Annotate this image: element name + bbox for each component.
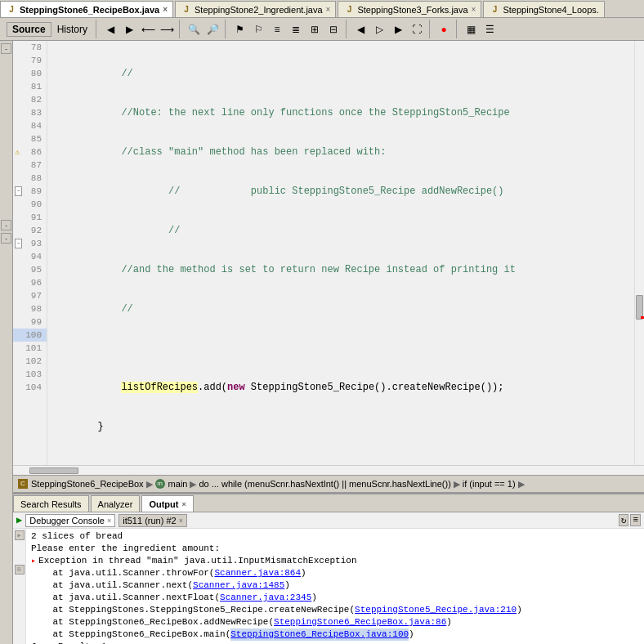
analyzer-label: Analyzer (98, 499, 133, 509)
play-icon[interactable]: ▶ (16, 514, 22, 526)
ln-100: 100 (13, 329, 47, 342)
run-btn-3[interactable]: ▶ (389, 20, 407, 38)
view-btn-1[interactable]: ▦ (462, 20, 480, 38)
history-button[interactable]: History (52, 23, 92, 36)
link-addnewrecipe[interactable]: SteppingStone6_RecipeBox.java:86 (274, 616, 446, 628)
ln-92: 92 (13, 224, 47, 237)
run-btn-4[interactable]: ⛶ (408, 20, 426, 38)
ln-93: -93 (13, 237, 47, 250)
tab-output[interactable]: Output × (141, 495, 193, 512)
output-icon-1[interactable]: ↻ (619, 514, 629, 526)
run-btn-1[interactable]: ◀ (351, 20, 369, 38)
link-scanner-3[interactable]: Scanner.java:2345 (220, 592, 311, 604)
ln-103: 103 (13, 368, 47, 381)
method-icon: m (155, 479, 165, 489)
tab-label: SteppingStone6_RecipeBox.java (20, 5, 159, 15)
output-gutter-icon-1[interactable]: ▸ (15, 530, 25, 540)
ln-95: 95 (13, 263, 47, 276)
run-btn-2[interactable]: ▷ (370, 20, 388, 38)
output-line-8: at SteppingStone6_RecipeBox.addNewRecipe… (31, 616, 639, 628)
annotation-btn-4[interactable]: ≣ (287, 20, 305, 38)
ln-102: 102 (13, 355, 47, 368)
ln-86: ⚠86 (13, 145, 47, 159)
annotation-btn-5[interactable]: ⊞ (306, 20, 324, 38)
output-prefix-7: at SteppingStones.SteppingStone5_Recipe.… (31, 604, 355, 616)
ln-90: 90 (13, 198, 47, 211)
breadcrumb-class[interactable]: C SteppingStone6_RecipeBox (18, 479, 144, 489)
output-line-5: at java.util.Scanner.next( Scanner.java:… (31, 579, 639, 592)
sidebar-collapse-btn-2[interactable]: - (1, 220, 11, 230)
run-close[interactable]: × (179, 517, 183, 525)
sidebar-collapse-btn-3[interactable]: - (1, 233, 11, 244)
code-line-82: // (51, 224, 634, 237)
annotation-btn-2[interactable]: ⚐ (249, 20, 267, 38)
tab-close-btn[interactable]: × (163, 5, 168, 14)
tab-steppingstone2[interactable]: J SteppingStone2_Ingredient.java × (175, 1, 336, 17)
code-line-84: // (51, 302, 634, 315)
tab-analyzer[interactable]: Analyzer (91, 495, 141, 512)
code-content[interactable]: // //Note: the next line only functions … (47, 41, 634, 465)
breadcrumb-condition[interactable]: if (input == 1) (463, 479, 516, 489)
tab-search-results[interactable]: Search Results (13, 495, 89, 512)
source-button[interactable]: Source (7, 22, 51, 37)
nav-section: ◀ ▶ ⟵ ⟶ (98, 20, 180, 38)
output-prefix-9: at SteppingStone6_RecipeBox.main( (31, 628, 230, 641)
back-button[interactable]: ◀ (101, 20, 119, 38)
sidebar-collapse-btn-1[interactable]: - (1, 43, 11, 54)
output-prefix-6: at java.util.Scanner.nextFloat( (31, 592, 220, 604)
tab-label-2: SteppingStone2_Ingredient.java (195, 5, 323, 15)
view-section: ▦ ☰ (458, 20, 502, 38)
output-prefix-4: at java.util.Scanner.throwFor( (31, 567, 214, 579)
code-editor: 78 79 80 81 82 83 84 85 ⚠86 87 88 -89 90… (13, 41, 644, 465)
output-line-6: at java.util.Scanner.nextFloat( Scanner.… (31, 592, 639, 604)
link-scanner-1[interactable]: Scanner.java:864 (214, 567, 301, 579)
breadcrumb-block[interactable]: do ... while (menuScnr.hasNextInt() || m… (199, 479, 450, 489)
annotation-btn-3[interactable]: ≡ (268, 20, 286, 38)
code-line-78: // (51, 67, 634, 80)
output-line-1: 2 slices of bread (31, 530, 639, 543)
forward-button[interactable]: ▶ (120, 20, 138, 38)
ln-80: 80 (13, 67, 47, 80)
horizontal-scrollbar[interactable] (13, 465, 644, 475)
code-line-87: } (51, 420, 634, 433)
main-layout: - - - 78 79 80 81 82 83 84 85 ⚠86 87 88 (0, 41, 644, 644)
annotation-btn-6[interactable]: ⊟ (324, 20, 342, 38)
output-sidebar-icons: ↻ ≡ (619, 514, 641, 526)
tab-close-btn-2[interactable]: × (326, 5, 331, 14)
tab-steppingstone3[interactable]: J SteppingStone3_Forks.java × (338, 1, 481, 17)
output-gutter-icon-2[interactable]: ≡ (15, 565, 25, 575)
tab-close-btn-3[interactable]: × (472, 5, 476, 14)
breadcrumb-method[interactable]: m main (155, 479, 188, 489)
tab-steppingstone6[interactable]: J SteppingStone6_RecipeBox.java × (0, 1, 173, 17)
link-recipe[interactable]: SteppingStone5_Recipe.java:210 (355, 604, 517, 616)
link-scanner-2[interactable]: Scanner.java:1485 (193, 579, 284, 592)
link-main[interactable]: SteppingStone6_RecipeBox.java:100 (230, 628, 409, 641)
vertical-scrollbar[interactable] (634, 41, 644, 465)
stop-section: ● (432, 20, 457, 38)
line-numbers: 78 79 80 81 82 83 84 85 ⚠86 87 88 -89 90… (13, 41, 47, 465)
output-line-3: ▸ Exception in thread "main" java.util.I… (31, 555, 639, 567)
zoom-in-button[interactable]: 🔍 (185, 20, 203, 38)
sub-tab-run[interactable]: it511 (run) #2 × (119, 514, 187, 527)
ln-83: 83 (13, 106, 47, 119)
collapse-icon-93[interactable]: - (15, 239, 22, 248)
last-edit-button[interactable]: ⟵ (139, 20, 157, 38)
collapse-icon-89[interactable]: - (15, 186, 22, 196)
scroll-thumb-h[interactable] (29, 467, 78, 474)
sub-tab-debugger[interactable]: Debugger Console × (25, 514, 115, 527)
tab-bar: J SteppingStone6_RecipeBox.java × J Step… (0, 0, 644, 18)
output-close-btn[interactable]: × (181, 500, 186, 508)
tab-steppingstone4[interactable]: J SteppingStone4_Loops. (483, 1, 604, 17)
ln-99: 99 (13, 315, 47, 329)
error-expand-icon[interactable]: ▸ (31, 555, 36, 567)
output-icon-2[interactable]: ≡ (630, 514, 641, 526)
annotation-btn-1[interactable]: ⚑ (230, 20, 248, 38)
view-btn-2[interactable]: ☰ (481, 20, 499, 38)
debugger-close[interactable]: × (107, 517, 111, 525)
stop-btn[interactable]: ● (435, 20, 453, 38)
next-edit-button[interactable]: ⟶ (158, 20, 176, 38)
zoom-out-button[interactable]: 🔎 (203, 20, 221, 38)
breadcrumb-bar: C SteppingStone6_RecipeBox ▶ m main ▶ do… (13, 475, 644, 493)
java-file-icon-2: J (181, 4, 192, 16)
ln-82: 82 (13, 93, 47, 106)
